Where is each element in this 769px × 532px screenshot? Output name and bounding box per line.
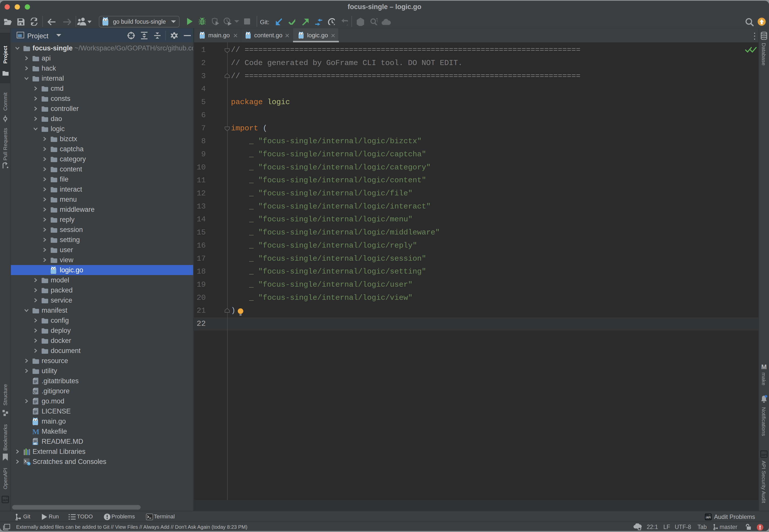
- svg-text:/API: /API: [3, 499, 8, 502]
- svg-text:/API: /API: [761, 453, 766, 456]
- svg-text:/API: /API: [706, 516, 711, 519]
- svg-text:MD: MD: [33, 442, 37, 445]
